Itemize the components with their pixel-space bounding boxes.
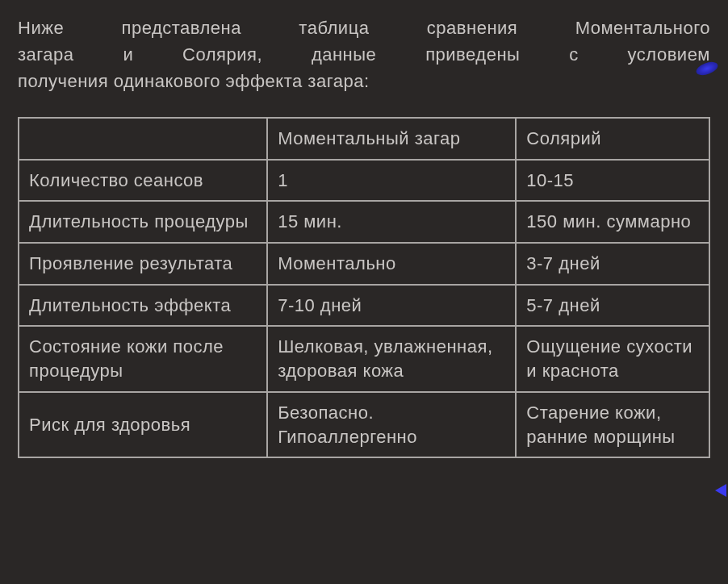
cell-value: Старение кожи, ранние морщины [516,392,709,457]
table-row: Длительность процедуры 15 мин. 150 мин. … [19,201,709,243]
intro-line-3: получения одинакового эффекта загара: [18,68,710,94]
table-row: Количество сеансов 1 10-15 [19,160,709,202]
header-solarium: Солярий [516,118,709,160]
cell-value: 15 мин. [267,201,516,243]
row-label: Количество сеансов [19,160,267,202]
table-row: Проявление результата Моментально 3-7 дн… [19,243,709,285]
cell-value: Ощущение сухости и краснота [516,326,709,391]
cell-value: 3-7 дней [516,243,709,285]
cell-value: 5-7 дней [516,285,709,327]
cell-value: 7-10 дней [267,285,516,327]
row-label: Проявление результата [19,243,267,285]
comparison-table: Моментальный загар Солярий Количество се… [18,117,710,458]
scroll-arrow-icon [715,484,726,497]
row-label: Длительность эффекта [19,285,267,327]
intro-paragraph: Ниже представлена таблица сравнения Моме… [18,15,710,94]
table-row: Состояние кожи после процедуры Шелковая,… [19,326,709,391]
cell-value: 10-15 [516,160,709,202]
row-label: Длительность процедуры [19,201,267,243]
cell-value: 150 мин. суммарно [516,201,709,243]
cell-value: 1 [267,160,516,202]
row-label: Состояние кожи после процедуры [19,326,267,391]
cell-value: Шелковая, увлажненная, здоровая кожа [267,326,516,391]
header-empty [19,118,267,160]
cell-value: Безопасно. Гипоаллергенно [267,392,516,457]
cell-value: Моментально [267,243,516,285]
row-label: Риск для здоровья [19,392,267,457]
header-instant-tan: Моментальный загар [267,118,516,160]
table-row: Длительность эффекта 7-10 дней 5-7 дней [19,285,709,327]
table-row: Риск для здоровья Безопасно. Гипоаллерге… [19,392,709,457]
intro-line-1: Ниже представлена таблица сравнения Моме… [18,15,710,41]
table-header-row: Моментальный загар Солярий [19,118,709,160]
intro-line-2: загара и Солярия, данные приведены с усл… [18,41,710,68]
